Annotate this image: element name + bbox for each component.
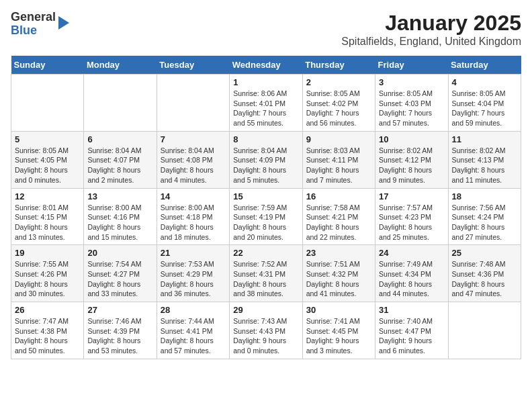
day-info: Sunrise: 7:52 AMSunset: 4:31 PMDaylight:…: [233, 259, 298, 299]
day-info: Sunrise: 7:49 AMSunset: 4:34 PMDaylight:…: [379, 259, 444, 299]
day-info: Sunrise: 8:01 AMSunset: 4:15 PMDaylight:…: [15, 203, 80, 242]
day-number: 9: [306, 134, 371, 144]
day-number: 25: [452, 248, 517, 258]
day-info: Sunrise: 8:05 AMSunset: 4:02 PMDaylight:…: [306, 89, 371, 128]
calendar-week-row: 12Sunrise: 8:01 AMSunset: 4:15 PMDayligh…: [11, 188, 521, 245]
calendar-week-row: 5Sunrise: 8:05 AMSunset: 4:05 PMDaylight…: [11, 131, 521, 188]
calendar-cell: 1Sunrise: 8:06 AMSunset: 4:01 PMDaylight…: [230, 75, 302, 132]
logo-arrow-icon: [58, 16, 69, 30]
day-header-saturday: Saturday: [448, 56, 521, 75]
calendar-header-row: SundayMondayTuesdayWednesdayThursdayFrid…: [11, 56, 521, 75]
calendar-cell: 18Sunrise: 7:56 AMSunset: 4:24 PMDayligh…: [448, 188, 521, 245]
day-info: Sunrise: 7:53 AMSunset: 4:29 PMDaylight:…: [161, 259, 226, 299]
day-info: Sunrise: 8:03 AMSunset: 4:11 PMDaylight:…: [306, 146, 371, 185]
calendar-week-row: 1Sunrise: 8:06 AMSunset: 4:01 PMDaylight…: [11, 75, 521, 132]
day-number: 19: [15, 248, 80, 258]
day-number: 1: [233, 77, 298, 87]
calendar-cell: 24Sunrise: 7:49 AMSunset: 4:34 PMDayligh…: [375, 245, 448, 302]
day-header-friday: Friday: [375, 56, 448, 75]
calendar-cell: 4Sunrise: 8:05 AMSunset: 4:04 PMDaylight…: [448, 75, 521, 132]
calendar-cell: 16Sunrise: 7:58 AMSunset: 4:21 PMDayligh…: [302, 188, 375, 245]
day-info: Sunrise: 8:02 AMSunset: 4:12 PMDaylight:…: [379, 146, 444, 185]
day-info: Sunrise: 7:56 AMSunset: 4:24 PMDaylight:…: [452, 203, 517, 242]
day-info: Sunrise: 7:47 AMSunset: 4:38 PMDaylight:…: [15, 316, 80, 356]
day-info: Sunrise: 7:43 AMSunset: 4:43 PMDaylight:…: [233, 316, 298, 356]
day-number: 6: [87, 134, 152, 144]
day-number: 3: [379, 77, 444, 87]
calendar-cell: 19Sunrise: 7:55 AMSunset: 4:26 PMDayligh…: [11, 245, 84, 302]
logo-blue: Blue: [11, 24, 56, 38]
calendar-cell: 31Sunrise: 7:40 AMSunset: 4:47 PMDayligh…: [375, 302, 448, 359]
calendar-cell: 17Sunrise: 7:57 AMSunset: 4:23 PMDayligh…: [375, 188, 448, 245]
day-info: Sunrise: 7:46 AMSunset: 4:39 PMDaylight:…: [87, 316, 152, 356]
calendar-cell: 21Sunrise: 7:53 AMSunset: 4:29 PMDayligh…: [157, 245, 229, 302]
page-header: General Blue January 2025 Spitalfields, …: [11, 11, 521, 48]
day-info: Sunrise: 8:00 AMSunset: 4:18 PMDaylight:…: [161, 203, 226, 242]
calendar-table: SundayMondayTuesdayWednesdayThursdayFrid…: [11, 56, 521, 359]
day-info: Sunrise: 8:04 AMSunset: 4:07 PMDaylight:…: [87, 146, 152, 185]
day-info: Sunrise: 7:57 AMSunset: 4:23 PMDaylight:…: [379, 203, 444, 242]
day-info: Sunrise: 7:58 AMSunset: 4:21 PMDaylight:…: [306, 203, 371, 242]
day-number: 28: [161, 305, 226, 315]
day-number: 31: [379, 305, 444, 315]
calendar-cell: 22Sunrise: 7:52 AMSunset: 4:31 PMDayligh…: [230, 245, 302, 302]
day-header-tuesday: Tuesday: [157, 56, 229, 75]
day-number: 11: [452, 134, 517, 144]
calendar-cell: [448, 302, 521, 359]
calendar-cell: [84, 75, 157, 132]
day-number: 4: [452, 77, 517, 87]
day-info: Sunrise: 7:51 AMSunset: 4:32 PMDaylight:…: [306, 259, 371, 299]
calendar-cell: [11, 75, 84, 132]
day-info: Sunrise: 7:41 AMSunset: 4:45 PMDaylight:…: [306, 316, 371, 356]
day-number: 5: [15, 134, 80, 144]
logo-text: General Blue: [11, 11, 56, 38]
calendar-week-row: 26Sunrise: 7:47 AMSunset: 4:38 PMDayligh…: [11, 302, 521, 359]
calendar-cell: 26Sunrise: 7:47 AMSunset: 4:38 PMDayligh…: [11, 302, 84, 359]
day-header-thursday: Thursday: [302, 56, 375, 75]
calendar-cell: 25Sunrise: 7:48 AMSunset: 4:36 PMDayligh…: [448, 245, 521, 302]
day-number: 15: [233, 191, 298, 201]
day-number: 12: [15, 191, 80, 201]
calendar-cell: 11Sunrise: 8:02 AMSunset: 4:13 PMDayligh…: [448, 131, 521, 188]
day-number: 20: [87, 248, 152, 258]
day-info: Sunrise: 8:06 AMSunset: 4:01 PMDaylight:…: [233, 89, 298, 128]
day-info: Sunrise: 7:59 AMSunset: 4:19 PMDaylight:…: [233, 203, 298, 242]
day-info: Sunrise: 8:00 AMSunset: 4:16 PMDaylight:…: [87, 203, 152, 242]
day-number: 17: [379, 191, 444, 201]
day-info: Sunrise: 7:54 AMSunset: 4:27 PMDaylight:…: [87, 259, 152, 299]
day-number: 26: [15, 305, 80, 315]
day-number: 30: [306, 305, 371, 315]
day-info: Sunrise: 7:55 AMSunset: 4:26 PMDaylight:…: [15, 259, 80, 299]
calendar-cell: 12Sunrise: 8:01 AMSunset: 4:15 PMDayligh…: [11, 188, 84, 245]
day-number: 14: [161, 191, 226, 201]
calendar-cell: 20Sunrise: 7:54 AMSunset: 4:27 PMDayligh…: [84, 245, 157, 302]
day-info: Sunrise: 8:02 AMSunset: 4:13 PMDaylight:…: [452, 146, 517, 185]
day-number: 13: [87, 191, 152, 201]
calendar-cell: 13Sunrise: 8:00 AMSunset: 4:16 PMDayligh…: [84, 188, 157, 245]
day-info: Sunrise: 7:48 AMSunset: 4:36 PMDaylight:…: [452, 259, 517, 299]
day-info: Sunrise: 8:05 AMSunset: 4:05 PMDaylight:…: [15, 146, 80, 185]
calendar-cell: 28Sunrise: 7:44 AMSunset: 4:41 PMDayligh…: [157, 302, 229, 359]
day-info: Sunrise: 7:40 AMSunset: 4:47 PMDaylight:…: [379, 316, 444, 356]
calendar-cell: 14Sunrise: 8:00 AMSunset: 4:18 PMDayligh…: [157, 188, 229, 245]
calendar-cell: 6Sunrise: 8:04 AMSunset: 4:07 PMDaylight…: [84, 131, 157, 188]
day-number: 8: [233, 134, 298, 144]
logo: General Blue: [11, 11, 69, 38]
day-info: Sunrise: 8:04 AMSunset: 4:08 PMDaylight:…: [161, 146, 226, 185]
day-info: Sunrise: 8:05 AMSunset: 4:03 PMDaylight:…: [379, 89, 444, 128]
day-header-sunday: Sunday: [11, 56, 84, 75]
logo-general: General: [11, 11, 56, 24]
day-number: 27: [87, 305, 152, 315]
day-header-wednesday: Wednesday: [230, 56, 302, 75]
calendar-cell: 2Sunrise: 8:05 AMSunset: 4:02 PMDaylight…: [302, 75, 375, 132]
calendar-cell: 23Sunrise: 7:51 AMSunset: 4:32 PMDayligh…: [302, 245, 375, 302]
calendar-cell: 5Sunrise: 8:05 AMSunset: 4:05 PMDaylight…: [11, 131, 84, 188]
day-info: Sunrise: 8:05 AMSunset: 4:04 PMDaylight:…: [452, 89, 517, 128]
day-number: 10: [379, 134, 444, 144]
calendar-cell: 15Sunrise: 7:59 AMSunset: 4:19 PMDayligh…: [230, 188, 302, 245]
day-number: 21: [161, 248, 226, 258]
day-number: 7: [161, 134, 226, 144]
page-subtitle: Spitalfields, England, United Kingdom: [341, 36, 521, 48]
day-number: 16: [306, 191, 371, 201]
calendar-cell: 30Sunrise: 7:41 AMSunset: 4:45 PMDayligh…: [302, 302, 375, 359]
